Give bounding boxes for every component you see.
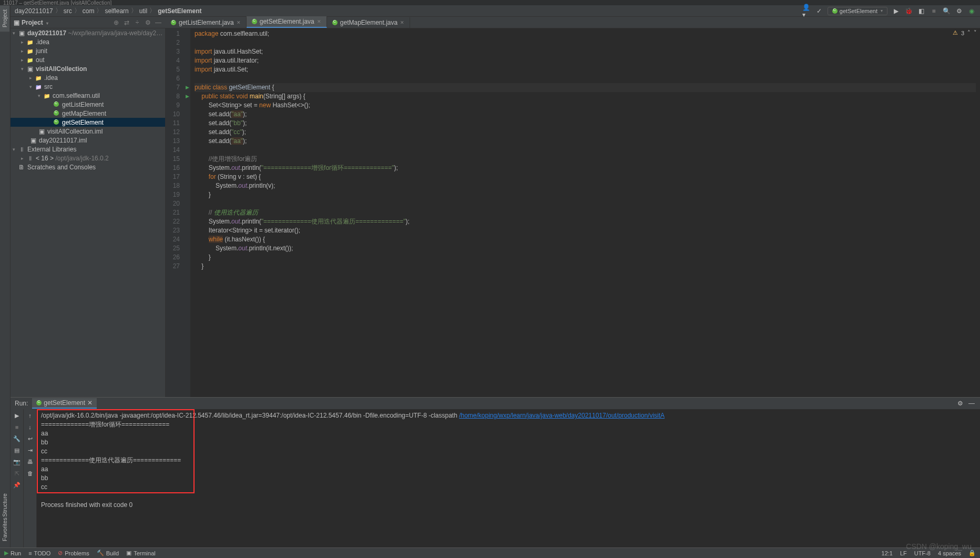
layout-icon[interactable]: ▤	[13, 446, 21, 454]
chevron-up-icon[interactable]: ˄	[967, 29, 971, 36]
breadcrumb: day20211017〉 src〉 com〉 selflearn〉 util〉 …	[11, 5, 980, 17]
editor[interactable]: 1234567891011121314151617181920212223242…	[166, 28, 980, 397]
tree-class[interactable]: getMapElement	[11, 109, 165, 118]
clear-icon[interactable]: 🗑	[26, 469, 34, 478]
project-icon: ▣	[14, 19, 19, 26]
class-icon	[252, 19, 257, 24]
scratches[interactable]: 🗎Scratches and Consoles	[11, 163, 165, 171]
breadcrumb-item[interactable]: selflearn	[105, 7, 128, 15]
tree-file[interactable]: ▣visitAllCollection.iml	[11, 127, 165, 136]
project-root[interactable]: ▾▣day20211017 ~/wxp/learn/java/java-web/…	[11, 28, 165, 37]
rerun-icon[interactable]: ▶	[13, 411, 21, 420]
run-tool-window: Run: getSetElement✕ ⚙ — ▶ ■ 🔧 ▤ 📷 ⇱ 📌 ↑ …	[11, 397, 980, 547]
code-area[interactable]: package com.selflearn.util;import java.u…	[190, 28, 980, 397]
run-button[interactable]: ▶Run	[4, 550, 21, 556]
ide-status-icon[interactable]: ◉	[967, 7, 976, 15]
run-icon[interactable]: ▶	[892, 7, 900, 15]
locate-icon[interactable]: ⊕	[112, 18, 120, 27]
class-icon	[332, 20, 338, 25]
search-everywhere-icon[interactable]: 🔍	[942, 7, 951, 15]
tree-folder[interactable]: ▸out	[11, 55, 165, 64]
stop-icon[interactable]: ■	[930, 7, 938, 15]
debug-icon[interactable]: 🐞	[904, 7, 913, 15]
todo-button[interactable]: ≡ TODO	[28, 550, 50, 556]
jdk-node[interactable]: ▸⫴< 16 > /opt/java/jdk-16.0.2	[11, 154, 165, 163]
tree-folder[interactable]: ▸.idea	[11, 37, 165, 46]
export-icon[interactable]: ⇱	[13, 469, 21, 478]
inspector-widget[interactable]: ⚠3 ˄ ˅	[953, 29, 977, 36]
tree-folder-src[interactable]: ▾src	[11, 82, 165, 91]
run-label: Run:	[15, 400, 28, 407]
problems-button[interactable]: ⊘ Problems	[58, 550, 89, 556]
run-toolbar-right: ↑ ↓ ↩ ⇥ 🖶 🗑	[24, 409, 37, 547]
up-icon[interactable]: ↑	[26, 411, 34, 420]
collapse-icon[interactable]: ÷	[133, 18, 141, 27]
editor-tab[interactable]: getListElement.java✕	[166, 17, 247, 28]
user-icon[interactable]: 👤▾	[802, 7, 811, 15]
tree-class-selected[interactable]: getSetElement	[11, 118, 165, 127]
external-libraries[interactable]: ▾⫴External Libraries	[11, 145, 165, 154]
pin-icon[interactable]: 📌	[13, 481, 21, 489]
annotation-red-box	[37, 409, 195, 493]
down-icon[interactable]: ↓	[26, 423, 34, 431]
caret-position[interactable]: 12:1	[882, 550, 893, 556]
tree-file[interactable]: ▣day20211017.iml	[11, 136, 165, 145]
watermark: CSDN @koping_wu	[906, 542, 972, 551]
breadcrumb-item[interactable]: com	[83, 7, 95, 15]
hide-icon[interactable]: —	[967, 399, 976, 408]
project-tree[interactable]: ▾▣day20211017 ~/wxp/learn/java/java-web/…	[11, 28, 166, 397]
close-icon[interactable]: ✕	[237, 20, 241, 25]
breadcrumb-item[interactable]: getSetElement	[158, 7, 201, 15]
indent[interactable]: 4 spaces	[938, 550, 961, 556]
close-icon[interactable]: ✕	[317, 19, 321, 24]
softwrap-icon[interactable]: ↩	[26, 434, 34, 443]
build-icon[interactable]: ✓	[815, 7, 823, 15]
tree-folder[interactable]: ▸junit	[11, 46, 165, 55]
tree-folder[interactable]: ▸.idea	[11, 73, 165, 82]
print-icon[interactable]: 🖶	[26, 458, 34, 466]
encoding[interactable]: UTF-8	[914, 550, 931, 556]
project-toolwindow-tab[interactable]: Project	[0, 5, 9, 32]
class-icon	[171, 20, 176, 25]
gutter-marks[interactable]: ▶▶	[184, 28, 190, 397]
window-title-remnant: 11017 – getSetElement.java [visitAllColl…	[0, 0, 980, 5]
run-toolbar-left: ▶ ■ 🔧 ▤ 📷 ⇱ 📌	[11, 409, 24, 547]
stop-icon[interactable]: ■	[13, 423, 21, 431]
expand-icon[interactable]: ⇄	[122, 18, 131, 27]
left-toolwindow-bar: Project Structure Favorites	[0, 5, 11, 547]
breadcrumb-item[interactable]: util	[139, 7, 147, 15]
editor-tab[interactable]: getMapElement.java✕	[327, 17, 410, 28]
scroll-end-icon[interactable]: ⇥	[26, 446, 34, 454]
line-ending[interactable]: LF	[900, 550, 907, 556]
tree-module[interactable]: ▾▣visitAllCollection	[11, 64, 165, 73]
status-bar: ▶Run ≡ TODO ⊘ Problems 🔨 Build ▣ Termina…	[0, 547, 980, 558]
camera-icon[interactable]: 📷	[13, 458, 21, 466]
hide-icon[interactable]: —	[154, 18, 162, 27]
tree-class[interactable]: getListElement	[11, 100, 165, 109]
coverage-icon[interactable]: ◧	[917, 7, 925, 15]
tree-package[interactable]: ▾com.selflearn.util	[11, 91, 165, 100]
editor-tab-active[interactable]: getSetElement.java✕	[247, 16, 327, 28]
project-tool-header: ▣Project ⊕ ⇄ ÷ ⚙ —	[11, 17, 166, 28]
close-icon[interactable]: ✕	[400, 20, 404, 25]
warning-icon: ⚠	[953, 29, 958, 36]
line-numbers: 1234567891011121314151617181920212223242…	[166, 28, 184, 397]
build-button[interactable]: 🔨 Build	[97, 550, 119, 556]
run-tab[interactable]: getSetElement✕	[32, 398, 97, 409]
settings-icon[interactable]: ⚙	[955, 7, 963, 15]
run-config-selector[interactable]: getSetElement	[828, 7, 887, 15]
run-header: Run: getSetElement✕ ⚙ —	[11, 398, 980, 409]
editor-tabs: getListElement.java✕ getSetElement.java✕…	[166, 17, 980, 28]
settings-icon[interactable]: ⚙	[956, 399, 964, 408]
favorites-toolwindow-tab[interactable]: Favorites	[0, 513, 9, 545]
breadcrumb-item[interactable]: src	[64, 7, 72, 15]
terminal-button[interactable]: ▣ Terminal	[126, 550, 156, 556]
chevron-down-icon[interactable]: ˅	[974, 29, 977, 36]
wrench-icon[interactable]: 🔧	[13, 434, 21, 443]
breadcrumb-item[interactable]: day20211017	[15, 7, 53, 15]
settings-icon[interactable]: ⚙	[144, 18, 152, 27]
